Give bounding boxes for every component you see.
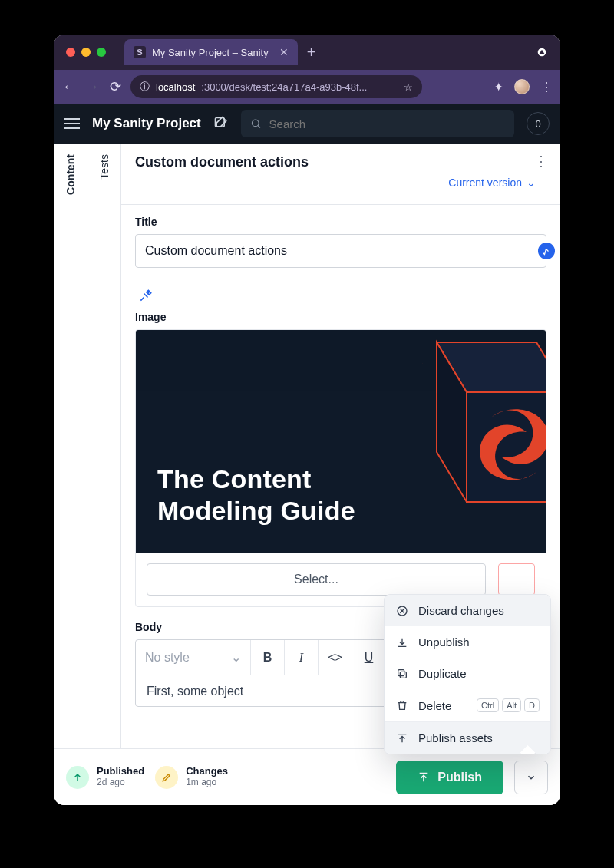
menu-delete[interactable]: Delete Ctrl Alt D: [385, 689, 550, 721]
menu-discard-changes[interactable]: Discard changes: [385, 595, 550, 626]
browser-tabbar: S My Sanity Project – Sanity ✕ +: [54, 35, 560, 70]
cube-graphic: [377, 330, 546, 522]
changes-status[interactable]: Changes 1m ago: [155, 766, 228, 789]
publish-more-button[interactable]: [514, 761, 548, 794]
version-select[interactable]: Current version⌄: [135, 170, 548, 196]
image-caption: The Content Modeling Guide: [157, 464, 355, 526]
block-style-select[interactable]: No style ⌄: [136, 640, 251, 675]
maximize-window-button[interactable]: [97, 48, 106, 57]
delete-icon: [395, 699, 409, 711]
delete-shortcut: Ctrl Alt D: [477, 698, 540, 712]
document-footer: Published 2d ago Changes 1m ago: [54, 748, 560, 805]
svg-rect-8: [398, 669, 404, 675]
browser-kebab-icon[interactable]: ⋮: [540, 80, 553, 94]
minimize-window-button[interactable]: [81, 48, 91, 57]
search-bar[interactable]: [241, 110, 514, 137]
forward-icon[interactable]: →: [84, 79, 100, 95]
publish-assets-icon: [395, 732, 409, 744]
address-bar[interactable]: ⓘ localhost:3000/desk/test;24a717a4-a93b…: [130, 75, 422, 98]
chevron-down-icon: ⌄: [231, 650, 241, 665]
image-field-label: Image: [135, 311, 546, 323]
title-input[interactable]: [135, 234, 546, 268]
back-icon[interactable]: ←: [61, 79, 77, 95]
window-controls: [54, 48, 118, 57]
close-window-button[interactable]: [66, 48, 75, 57]
url-host: localhost: [156, 81, 195, 93]
underline-button[interactable]: U: [352, 640, 386, 675]
publish-button[interactable]: Publish: [396, 761, 503, 794]
close-tab-icon[interactable]: ✕: [279, 46, 289, 58]
image-field: The Content Modeling Guide Select...: [135, 329, 546, 607]
title-field-label: Title: [135, 216, 546, 228]
changes-icon: [155, 766, 178, 789]
published-icon: [66, 766, 89, 789]
publish-icon: [418, 771, 430, 784]
profile-avatar[interactable]: [514, 79, 530, 94]
image-preview[interactable]: The Content Modeling Guide: [136, 330, 546, 553]
duplicate-icon: [395, 668, 409, 680]
extensions-icon[interactable]: ✦: [494, 80, 503, 94]
svg-point-2: [252, 120, 259, 127]
url-rest: :3000/desk/test;24a717a4-a93b-48f...: [201, 81, 367, 93]
bookmark-icon[interactable]: ☆: [404, 81, 413, 93]
document-kebab-icon[interactable]: ⋮: [534, 153, 550, 170]
svg-rect-7: [400, 672, 406, 678]
chevron-down-icon: ⌄: [527, 177, 536, 189]
sidebar-tab-tests[interactable]: Tests: [87, 144, 121, 805]
app-title: My Sanity Project: [92, 116, 201, 131]
code-button[interactable]: <>: [319, 640, 352, 675]
tab-favicon: S: [134, 46, 146, 58]
search-input[interactable]: [269, 117, 505, 130]
menu-duplicate[interactable]: Duplicate: [385, 658, 550, 689]
browser-tab[interactable]: S My Sanity Project – Sanity ✕: [124, 39, 298, 65]
sidebar-tab-content[interactable]: Content: [54, 144, 87, 805]
browser-toolbar: ← → ⟳ ⓘ localhost:3000/desk/test;24a717a…: [54, 70, 560, 104]
search-icon: [250, 117, 262, 130]
document-actions-menu: Discard changes Unpublish Duplicate: [384, 594, 551, 754]
italic-button[interactable]: I: [285, 640, 319, 675]
discard-icon: [395, 605, 409, 617]
app-header: My Sanity Project 0: [54, 104, 560, 144]
menu-icon[interactable]: [64, 118, 80, 129]
unpublish-icon: [395, 636, 409, 649]
published-status[interactable]: Published 2d ago: [66, 766, 144, 789]
tab-title: My Sanity Project – Sanity: [152, 47, 269, 58]
compose-icon[interactable]: [213, 116, 229, 131]
new-tab-button[interactable]: +: [298, 44, 325, 61]
plug-icon[interactable]: [138, 288, 546, 303]
image-select-button[interactable]: Select...: [147, 563, 486, 596]
presence-indicator-icon[interactable]: [538, 243, 555, 259]
notification-counter[interactable]: 0: [527, 112, 550, 135]
reload-icon[interactable]: ⟳: [107, 78, 123, 95]
document-header: Custom document actions ⋮ Current versio…: [121, 144, 560, 205]
menu-unpublish[interactable]: Unpublish: [385, 626, 550, 658]
chevron-down-icon: [526, 772, 536, 783]
document-title: Custom document actions: [135, 154, 548, 170]
bold-button[interactable]: B: [251, 640, 285, 675]
image-remove-button[interactable]: [498, 563, 535, 596]
menu-publish-assets[interactable]: Publish assets: [385, 722, 550, 754]
site-info-icon[interactable]: ⓘ: [140, 80, 150, 94]
browser-menu-icon[interactable]: [536, 46, 560, 58]
